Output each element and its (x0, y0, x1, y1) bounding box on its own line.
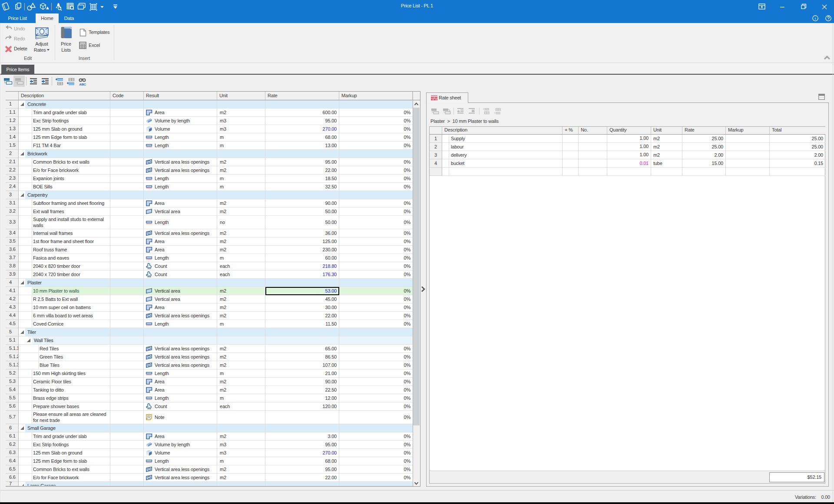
svg-text:ABC: ABC (79, 82, 86, 86)
